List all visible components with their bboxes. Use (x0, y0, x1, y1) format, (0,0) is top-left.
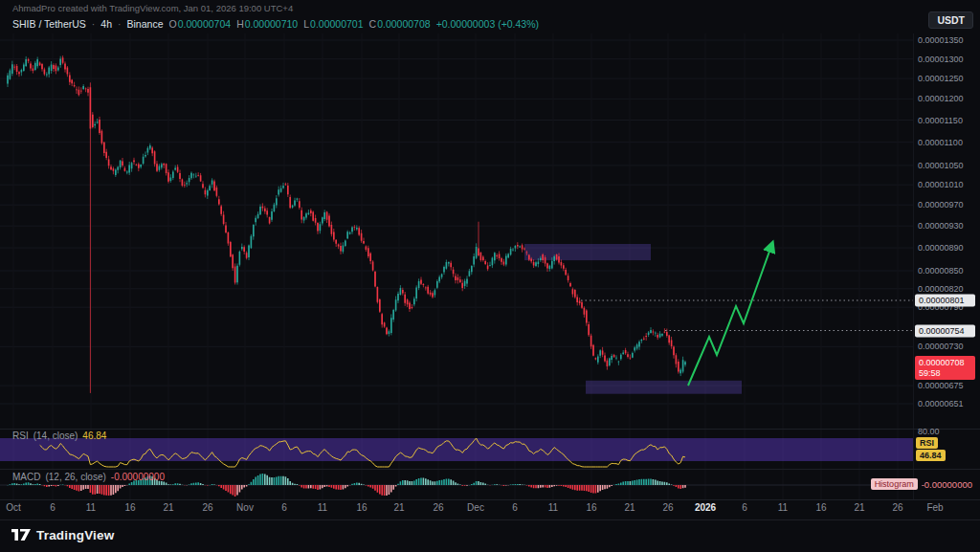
last-price-value: 0.00000708 (919, 358, 975, 368)
time-axis-label[interactable]: 6 (742, 502, 747, 513)
time-axis-label[interactable]: 11 (318, 502, 327, 513)
change-value: +0.00000003 (+0.43%) (436, 18, 539, 30)
time-axis-label[interactable]: Nov (236, 502, 254, 513)
macd-axis-badges: Histogram -0.00000000 (871, 478, 972, 490)
last-price-label: 0.00000708 59:58 (915, 356, 975, 380)
time-axis-label[interactable]: Feb (926, 502, 943, 513)
price-axis-label: 0.00001250 (918, 74, 964, 83)
macd-current-value: -0.00000000 (111, 472, 165, 482)
price-axis-label: 0.00000675 (918, 381, 964, 390)
price-axis-label: 0.00000890 (918, 243, 964, 253)
time-axis-label[interactable]: 6 (512, 502, 518, 513)
price-axis-label: 0.00001300 (918, 55, 964, 64)
rsi-axis-value-badge: 46.84 (916, 450, 946, 461)
rsi-params: (14, close) (33, 431, 78, 441)
macd-params: (12, 26, close) (45, 472, 105, 482)
rsi-indicator-legend[interactable]: RSI (14, close) 46.84 (12, 431, 106, 441)
rsi-scale-label: 80.00 (918, 427, 940, 436)
footer-separator (0, 519, 980, 520)
time-axis-label[interactable]: 11 (778, 502, 788, 513)
time-axis-label[interactable]: 2026 (695, 502, 716, 513)
time-axis-label[interactable]: 21 (854, 502, 864, 513)
pane-separator[interactable] (0, 469, 980, 470)
legend-separator: · (118, 18, 122, 30)
price-axis-label: 0.00001010 (918, 180, 964, 189)
low-value: 0.00000701 (310, 18, 363, 30)
price-axis-label: 0.00000820 (918, 284, 964, 294)
price-axis-label: 0.00001350 (918, 35, 964, 45)
histogram-badge: Histogram (871, 478, 918, 490)
open-label: O (168, 18, 176, 30)
time-axis-label[interactable]: 16 (124, 502, 135, 513)
time-axis-label[interactable]: 16 (586, 502, 596, 513)
time-axis-label[interactable]: Dec (467, 502, 484, 513)
bar-countdown: 59:58 (919, 368, 975, 379)
price-axis-label: 0.00000850 (918, 266, 964, 276)
time-axis-label[interactable]: 6 (281, 502, 287, 513)
low-label: L (303, 18, 309, 30)
time-axis-label[interactable]: 26 (433, 502, 443, 513)
close-value: 0.00000708 (377, 18, 430, 30)
close-label: C (369, 18, 377, 30)
open-value: 0.00000704 (178, 18, 231, 30)
time-axis-label[interactable]: 26 (892, 502, 902, 513)
price-axis-label: 0.00001100 (918, 138, 963, 147)
time-axis-label[interactable]: 26 (202, 502, 212, 513)
price-level-label-801[interactable]: 0.00000801 (915, 295, 975, 307)
tradingview-logo-icon[interactable] (11, 527, 31, 546)
time-axis-label[interactable]: 21 (624, 502, 635, 513)
histogram-value: -0.00000000 (922, 479, 972, 490)
time-axis-label[interactable]: 16 (815, 502, 826, 513)
high-label: H (236, 18, 244, 30)
time-axis-label[interactable]: 11 (86, 502, 96, 513)
time-axis-label[interactable]: 11 (548, 502, 558, 513)
price-axis-label: 0.00000930 (918, 221, 964, 231)
price-axis-label: 0.00001200 (918, 94, 964, 103)
rsi-current-value: 46.84 (82, 431, 106, 441)
price-axis-label: 0.00000970 (918, 200, 964, 210)
exchange-label: Binance (127, 18, 164, 30)
tradingview-wordmark[interactable]: TradingView (36, 528, 114, 542)
time-axis-label[interactable]: 26 (662, 502, 673, 513)
interval-label[interactable]: 4h (100, 18, 112, 30)
price-axis-label: 0.00001150 (918, 116, 963, 125)
price-axis-label: 0.00000730 (918, 342, 964, 351)
time-axis-separator (0, 499, 980, 500)
currency-toggle-button[interactable]: USDT (928, 11, 973, 29)
rsi-title: RSI (12, 431, 29, 441)
price-level-label-754[interactable]: 0.00000754 (915, 324, 975, 337)
rsi-axis-badge: RSI (916, 437, 938, 449)
time-axis-label[interactable]: 21 (163, 502, 173, 513)
pane-separator[interactable] (0, 429, 980, 430)
time-axis-label[interactable]: 6 (50, 502, 56, 513)
tradingview-snapshot: AhmadPro created with TradingView.com, J… (0, 0, 980, 552)
time-axis-label[interactable]: 21 (393, 502, 404, 513)
high-value: 0.00000710 (245, 18, 298, 30)
legend-separator: · (92, 18, 96, 30)
price-axis-label: 0.00001050 (918, 161, 964, 170)
price-axis-label: 0.00000651 (918, 399, 964, 408)
time-axis-label[interactable]: 16 (356, 502, 367, 513)
macd-indicator-legend[interactable]: MACD (12, 26, close) -0.00000000 (12, 472, 165, 482)
macd-title: MACD (12, 472, 40, 482)
chart-legend[interactable]: SHIB / TetherUS · 4h · Binance O0.000007… (12, 18, 539, 30)
watermark: AhmadPro created with TradingView.com, J… (12, 3, 293, 13)
time-axis-label[interactable]: Oct (6, 502, 21, 513)
symbol-name[interactable]: SHIB / TetherUS (12, 18, 86, 30)
